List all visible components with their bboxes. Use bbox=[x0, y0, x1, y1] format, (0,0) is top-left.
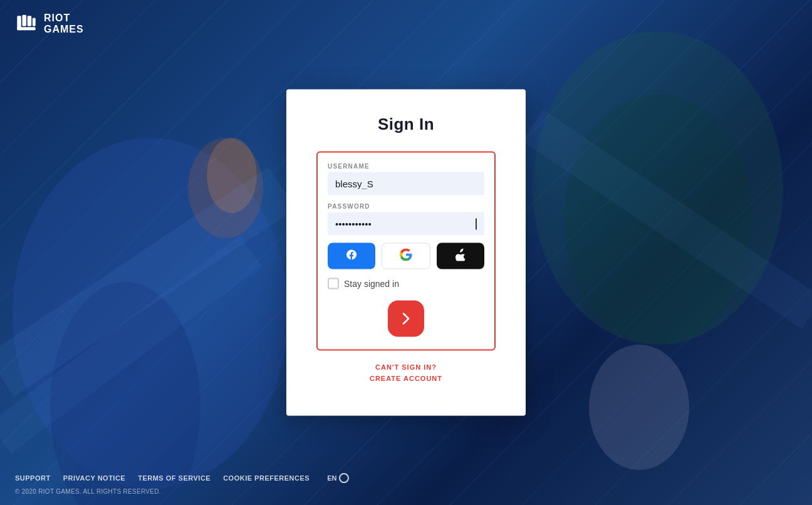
password-group: PASSWORD bbox=[328, 203, 484, 236]
username-input[interactable] bbox=[328, 172, 484, 195]
cant-sign-in-link[interactable]: CAN'T SIGN IN? bbox=[316, 363, 496, 371]
apple-login-button[interactable] bbox=[437, 243, 484, 269]
logo-text: RIOT GAMES bbox=[44, 13, 84, 34]
login-card: Sign In USERNAME PASSWORD bbox=[286, 90, 526, 416]
username-label: USERNAME bbox=[328, 163, 484, 170]
footer: SUPPORT PRIVACY NOTICE TERMS OF SERVICE … bbox=[0, 463, 812, 505]
google-login-button[interactable] bbox=[382, 243, 430, 269]
password-wrapper bbox=[328, 212, 484, 236]
form-area: USERNAME PASSWORD bbox=[316, 152, 496, 351]
sign-in-button[interactable] bbox=[388, 301, 424, 337]
footer-support[interactable]: SUPPORT bbox=[15, 474, 51, 482]
svg-rect-13 bbox=[33, 18, 36, 26]
copyright: © 2020 RIOT GAMES. ALL RIGHTS RESERVED. bbox=[15, 488, 797, 495]
password-label: PASSWORD bbox=[328, 203, 484, 210]
stay-signed-in-area: Stay signed in bbox=[328, 278, 484, 289]
username-group: USERNAME bbox=[328, 163, 484, 195]
submit-area bbox=[328, 301, 484, 337]
globe-icon bbox=[339, 473, 349, 483]
footer-cookies[interactable]: COOKIE PREFERENCES bbox=[223, 474, 310, 482]
svg-rect-11 bbox=[22, 14, 26, 26]
svg-rect-14 bbox=[17, 27, 35, 30]
logo-icon bbox=[15, 14, 38, 34]
google-icon bbox=[400, 248, 412, 264]
lang-label: EN bbox=[327, 474, 336, 482]
password-cursor bbox=[476, 218, 477, 229]
password-input[interactable] bbox=[328, 212, 484, 236]
facebook-login-button[interactable] bbox=[328, 243, 375, 269]
riot-games-logo: RIOT GAMES bbox=[15, 13, 84, 34]
footer-links: SUPPORT PRIVACY NOTICE TERMS OF SERVICE … bbox=[15, 473, 797, 483]
apple-icon bbox=[454, 248, 467, 264]
stay-signed-in-checkbox[interactable] bbox=[328, 278, 339, 289]
create-account-link[interactable]: CREATE ACCOUNT bbox=[316, 375, 496, 382]
language-selector[interactable]: EN bbox=[327, 473, 349, 483]
footer-privacy[interactable]: PRIVACY NOTICE bbox=[63, 474, 126, 482]
stay-signed-in-label: Stay signed in bbox=[344, 279, 399, 289]
footer-tos[interactable]: TERMS OF SERVICE bbox=[138, 474, 211, 482]
card-links: CAN'T SIGN IN? CREATE ACCOUNT bbox=[316, 363, 496, 382]
svg-rect-12 bbox=[28, 16, 32, 26]
social-login-area bbox=[328, 243, 484, 269]
card-title: Sign In bbox=[316, 115, 496, 134]
arrow-right-icon bbox=[398, 311, 414, 326]
facebook-icon bbox=[345, 248, 358, 264]
